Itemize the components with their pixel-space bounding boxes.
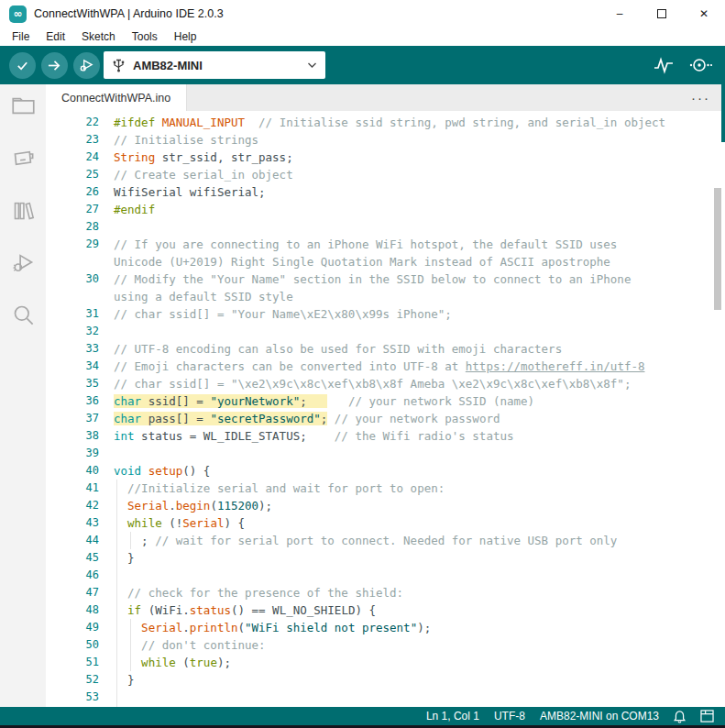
- code-row[interactable]: 52 }: [46, 671, 725, 689]
- code-row[interactable]: 49 Serial.println("WiFi shield not prese…: [46, 619, 725, 636]
- menu-help[interactable]: Help: [166, 30, 205, 43]
- serial-monitor-icon[interactable]: [688, 57, 712, 73]
- line-number: 33: [46, 340, 103, 358]
- indent-guide: [116, 532, 117, 549]
- chevron-down-icon: [308, 62, 316, 68]
- library-manager-icon[interactable]: [11, 198, 36, 223]
- line-number: 44: [46, 532, 103, 549]
- line-number: 47: [46, 584, 103, 601]
- scrollbar-overview-mark: [721, 84, 725, 142]
- notification-bell-icon[interactable]: [674, 710, 686, 723]
- line-number: 41: [46, 480, 103, 497]
- cursor-position[interactable]: Ln 1, Col 1: [426, 710, 479, 722]
- code-row[interactable]: using a default SSID style: [46, 288, 725, 305]
- code-row[interactable]: 27#endif: [46, 201, 725, 218]
- indent-guide: [116, 619, 117, 636]
- code-row[interactable]: 38int status = WL_IDLE_STATUS; // the Wi…: [46, 427, 725, 445]
- code-row[interactable]: 32: [46, 323, 725, 340]
- indent-guide: [116, 689, 117, 706]
- minimize-button[interactable]: –: [599, 0, 641, 28]
- code-row[interactable]: 44 ; // wait for serial port to connect.…: [46, 532, 725, 549]
- sketchbook-folder-icon[interactable]: [11, 94, 36, 118]
- code-row[interactable]: 29// If you are connecting to an iPhone …: [46, 236, 725, 253]
- panel-layout-icon[interactable]: [700, 710, 714, 722]
- code-row[interactable]: 42 Serial.begin(115200);: [46, 497, 725, 514]
- code-row[interactable]: 39: [46, 445, 725, 462]
- code-row[interactable]: 28: [46, 218, 725, 236]
- code-row[interactable]: 50 // don't continue:: [46, 636, 725, 654]
- search-icon[interactable]: [11, 303, 36, 327]
- serial-plotter-icon[interactable]: [654, 56, 674, 74]
- menu-sketch[interactable]: Sketch: [73, 30, 124, 43]
- indent-guide: [116, 514, 117, 532]
- code-row[interactable]: 25// Create serial_in object: [46, 166, 725, 183]
- indent-guide: [130, 654, 131, 671]
- encoding-indicator[interactable]: UTF-8: [494, 710, 525, 722]
- code-row[interactable]: Unicode (U+2019) Right Single Quotation …: [46, 253, 725, 270]
- tab-connectwithwpa[interactable]: ConnectWithWPA.ino: [46, 84, 187, 111]
- activity-sidebar: [0, 84, 46, 707]
- code-row[interactable]: 37char pass[] = "secretPassword"; // you…: [46, 410, 725, 427]
- menu-tools[interactable]: Tools: [124, 30, 166, 43]
- indent-guide: [116, 601, 117, 619]
- code-row[interactable]: 51 while (true);: [46, 654, 725, 671]
- board-port-indicator[interactable]: AMB82-MINI on COM13: [540, 710, 659, 722]
- code-editor[interactable]: 22#ifdef MANUAL_INPUT // Initialise ssid…: [46, 111, 725, 707]
- code-row[interactable]: 45 }: [46, 549, 725, 567]
- tab-actions-more-icon[interactable]: ···: [691, 94, 710, 103]
- code-row[interactable]: 22#ifdef MANUAL_INPUT // Initialise ssid…: [46, 114, 725, 131]
- board-selector[interactable]: AMB82-MINI: [104, 51, 325, 79]
- line-number: 53: [46, 689, 103, 706]
- code-row[interactable]: 48 if (WiFi.status() == WL_NO_SHIELD) {: [46, 601, 725, 619]
- highlighted-code: char ssid[] = "yourNetwork";: [114, 394, 327, 408]
- line-number: 39: [46, 445, 103, 462]
- tab-bar: ConnectWithWPA.ino ···: [46, 84, 725, 111]
- code-row[interactable]: 24String str_ssid, str_pass;: [46, 149, 725, 166]
- code-row[interactable]: 47 // check for the presence of the shie…: [46, 584, 725, 601]
- verify-button[interactable]: [9, 52, 36, 79]
- vertical-scrollbar-thumb[interactable]: [714, 188, 721, 310]
- line-number: 40: [46, 462, 103, 480]
- code-row[interactable]: 35// char ssid[] = "\xe2\x9c\x8c\xef\xb8…: [46, 375, 725, 392]
- code-row[interactable]: 36char ssid[] = "yourNetwork"; // your n…: [46, 392, 725, 410]
- debug-sidebar-icon[interactable]: [11, 250, 36, 275]
- usb-icon: [113, 59, 125, 72]
- maximize-icon: [657, 9, 666, 18]
- code-row[interactable]: 40void setup() {: [46, 462, 725, 480]
- code-row[interactable]: 34// Emoji characters can be converted i…: [46, 358, 725, 375]
- line-number: 30: [46, 270, 103, 288]
- menu-file[interactable]: File: [4, 30, 38, 43]
- code-row[interactable]: 53: [46, 689, 725, 706]
- code-row[interactable]: 46: [46, 567, 725, 584]
- menu-edit[interactable]: Edit: [38, 30, 73, 43]
- maximize-button[interactable]: [641, 0, 683, 28]
- code-row[interactable]: 41 //Initialize serial and wait for port…: [46, 480, 725, 497]
- line-number: 24: [46, 149, 103, 166]
- arrow-right-icon: [48, 59, 61, 72]
- line-number: 22: [46, 114, 103, 131]
- line-number: 37: [46, 410, 103, 427]
- status-bar: Ln 1, Col 1 UTF-8 AMB82-MINI on COM13: [0, 707, 725, 725]
- code-row[interactable]: 26WifiSerial wifiSerial;: [46, 183, 725, 201]
- debug-button[interactable]: [73, 52, 100, 79]
- indent-guide: [130, 532, 131, 549]
- line-number: [46, 288, 103, 305]
- line-number: 49: [46, 619, 103, 636]
- boards-manager-icon[interactable]: [11, 146, 36, 171]
- line-number: 45: [46, 549, 103, 567]
- code-row[interactable]: 30// Modify the "Your Name" section in t…: [46, 270, 725, 288]
- window-controls: – ✕: [599, 0, 725, 28]
- toolbar: AMB82-MINI: [0, 46, 725, 84]
- indent-guide: [130, 636, 131, 654]
- selected-board-label: AMB82-MINI: [133, 59, 203, 72]
- line-number: 43: [46, 514, 103, 532]
- upload-button[interactable]: [41, 52, 68, 79]
- code-row[interactable]: 23// Initialise strings: [46, 131, 725, 149]
- indent-guide: [116, 480, 117, 497]
- line-number: 46: [46, 567, 103, 584]
- code-row[interactable]: 43 while (!Serial) {: [46, 514, 725, 532]
- code-row[interactable]: 33// UTF-8 encoding can also be used for…: [46, 340, 725, 358]
- line-number: 29: [46, 236, 103, 253]
- close-button[interactable]: ✕: [683, 0, 725, 28]
- code-row[interactable]: 31// char ssid[] = "Your Name\xE2\x80\x9…: [46, 305, 725, 323]
